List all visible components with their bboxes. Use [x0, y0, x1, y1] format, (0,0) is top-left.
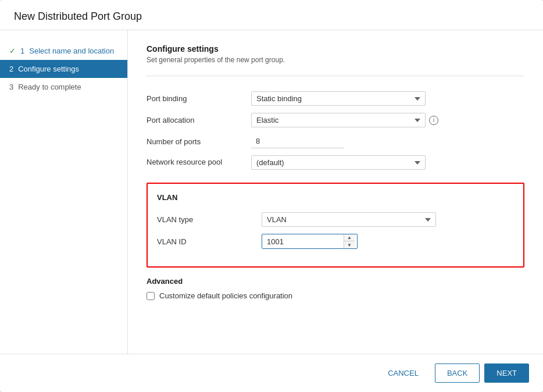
customize-policies-row: Customize default policies configuration — [147, 291, 524, 300]
port-binding-select[interactable]: Static binding — [251, 91, 426, 106]
network-resource-pool-control: (default) — [251, 152, 524, 173]
port-binding-label: Port binding — [147, 88, 251, 109]
back-button[interactable]: BACK — [435, 364, 480, 383]
vlan-id-increment-button[interactable]: ▲ — [344, 234, 355, 241]
step2-text: Configure settings — [18, 65, 79, 73]
vlan-id-spinner: ▲ ▼ — [344, 234, 355, 248]
network-resource-pool-select[interactable]: (default) — [251, 155, 426, 170]
vlan-id-input-wrapper: ▲ ▼ — [262, 234, 358, 249]
step1-text: Select name and location — [29, 47, 114, 55]
sidebar-item-step2[interactable]: 2 Configure settings — [0, 60, 127, 78]
number-of-ports-control — [251, 131, 524, 152]
section-desc: Set general properties of the new port g… — [147, 56, 524, 64]
vlan-id-control: ▲ ▼ — [262, 230, 514, 252]
port-allocation-control: Elastic i — [251, 109, 524, 131]
network-resource-pool-label: Network resource pool — [147, 152, 251, 173]
sidebar-item-step1[interactable]: ✓ 1 Select name and location — [0, 42, 127, 60]
vlan-title: VLAN — [157, 193, 514, 202]
port-allocation-select[interactable]: Elastic — [251, 113, 426, 127]
vlan-id-decrement-button[interactable]: ▼ — [344, 241, 355, 248]
step1-label: 1 — [20, 47, 24, 55]
port-allocation-label: Port allocation — [147, 109, 251, 131]
check-icon: ✓ — [9, 47, 16, 55]
vlan-type-select[interactable]: VLAN — [262, 212, 436, 227]
dialog-body: ✓ 1 Select name and location 2 Configure… — [0, 30, 543, 354]
sidebar-item-step3[interactable]: 3 Ready to complete — [0, 78, 127, 96]
settings-form: Port binding Static binding Port allocat… — [147, 88, 524, 173]
new-distributed-port-group-dialog: New Distributed Port Group ✓ 1 Select na… — [0, 0, 543, 392]
next-button[interactable]: NEXT — [484, 364, 529, 383]
vlan-type-control: VLAN — [262, 209, 514, 230]
section-title: Configure settings — [147, 44, 524, 54]
number-of-ports-label: Number of ports — [147, 131, 251, 152]
vlan-type-label: VLAN type — [157, 209, 262, 230]
vlan-id-input[interactable] — [262, 235, 344, 248]
cancel-button[interactable]: CANCEL — [376, 364, 430, 382]
vlan-section: VLAN VLAN type VLAN VLAN ID — [147, 183, 524, 268]
customize-policies-label[interactable]: Customize default policies configuration — [159, 291, 292, 300]
step3-text: Ready to complete — [18, 83, 81, 91]
vlan-form: VLAN type VLAN VLAN ID — [157, 209, 514, 252]
step2-number: 2 — [9, 65, 13, 73]
main-content: Configure settings Set general propertie… — [128, 30, 543, 354]
step3-number: 3 — [9, 83, 13, 91]
number-of-ports-input[interactable] — [251, 134, 344, 148]
sidebar: ✓ 1 Select name and location 2 Configure… — [0, 30, 128, 354]
dialog-title: New Distributed Port Group — [14, 10, 529, 23]
vlan-id-label: VLAN ID — [157, 230, 262, 252]
info-icon[interactable]: i — [429, 116, 438, 125]
divider — [147, 76, 524, 76]
dialog-header: New Distributed Port Group — [0, 0, 543, 30]
advanced-title: Advanced — [147, 277, 524, 286]
dialog-footer: CANCEL BACK NEXT — [0, 354, 543, 392]
customize-policies-checkbox[interactable] — [147, 292, 155, 300]
advanced-section: Advanced Customize default policies conf… — [147, 277, 524, 300]
port-binding-control: Static binding — [251, 88, 524, 109]
